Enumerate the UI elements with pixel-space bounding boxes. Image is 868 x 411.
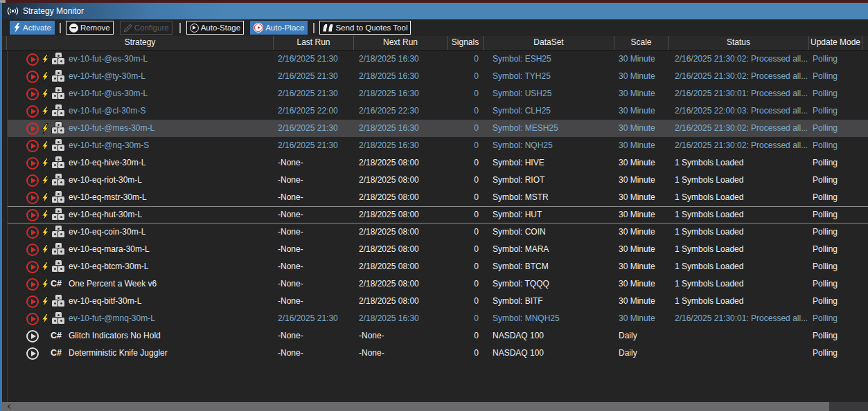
status-cell[interactable]: 1 Symbols Loaded bbox=[668, 223, 809, 241]
table-row[interactable]: ev-10-eq-btcm-30m-L-None-2/18/2025 08:00… bbox=[2, 258, 868, 275]
header-cell-next-run[interactable]: Next Run bbox=[354, 36, 448, 50]
status-cell[interactable]: 1 Symbols Loaded bbox=[668, 154, 809, 172]
last-run-cell[interactable]: 2/16/2025 21:30 bbox=[274, 137, 354, 154]
table-row[interactable]: ev-10-fut-@cl-30m-S2/16/2025 22:002/16/2… bbox=[2, 102, 868, 120]
signals-cell[interactable]: 0 bbox=[448, 189, 484, 206]
last-run-cell[interactable]: -None- bbox=[274, 241, 354, 258]
last-run-cell[interactable]: -None- bbox=[274, 154, 354, 172]
strategy-cell[interactable]: ev-10-fut-@us-30m-L bbox=[7, 85, 274, 102]
signals-cell[interactable]: 0 bbox=[448, 51, 484, 68]
dataset-cell[interactable]: Symbol: MNQH25 bbox=[484, 310, 614, 327]
dataset-cell[interactable]: Symbol: MSTR bbox=[484, 189, 614, 206]
dataset-cell[interactable]: Symbol: BTCM bbox=[484, 258, 614, 275]
update-mode-cell[interactable]: Polling bbox=[809, 345, 862, 362]
row-header-cell[interactable] bbox=[2, 120, 7, 137]
next-run-cell[interactable]: 2/18/2025 08:00 bbox=[354, 275, 448, 293]
update-mode-cell[interactable]: Polling bbox=[809, 275, 862, 293]
next-run-cell[interactable]: -None- bbox=[354, 345, 448, 362]
scrollbar-thumb[interactable] bbox=[16, 402, 829, 411]
row-header-cell[interactable] bbox=[2, 102, 7, 120]
play-icon[interactable] bbox=[26, 244, 39, 256]
scale-cell[interactable]: Daily bbox=[614, 345, 668, 362]
header-cell-last-run[interactable]: Last Run bbox=[274, 36, 354, 50]
scale-cell[interactable]: 30 Minute bbox=[614, 120, 668, 137]
row-header-cell[interactable] bbox=[2, 258, 7, 275]
table-row[interactable]: ev-10-eq-bitf-30m-L-None-2/18/2025 08:00… bbox=[2, 293, 868, 310]
table-row[interactable]: ev-10-eq-riot-30m-L-None-2/18/2025 08:00… bbox=[2, 172, 868, 189]
table-row[interactable]: ev-10-eq-mara-30m-L-None-2/18/2025 08:00… bbox=[2, 241, 868, 258]
scale-cell[interactable]: Daily bbox=[614, 327, 668, 345]
strategy-cell[interactable]: ev-10-eq-bitf-30m-L bbox=[7, 293, 274, 310]
signals-cell[interactable]: 0 bbox=[448, 345, 484, 362]
update-mode-cell[interactable]: Polling bbox=[809, 85, 862, 102]
update-mode-cell[interactable]: Polling bbox=[809, 120, 862, 137]
play-icon[interactable] bbox=[26, 313, 39, 325]
update-mode-cell[interactable]: Polling bbox=[809, 154, 862, 172]
header-cell-signals[interactable]: Signals bbox=[448, 36, 484, 50]
table-row[interactable]: ev-10-fut-@us-30m-L2/16/2025 21:302/18/2… bbox=[2, 85, 868, 102]
dataset-cell[interactable]: Symbol: HUT bbox=[484, 206, 614, 223]
status-cell[interactable]: 1 Symbols Loaded bbox=[668, 206, 809, 223]
signals-cell[interactable]: 0 bbox=[448, 223, 484, 241]
signals-cell[interactable]: 0 bbox=[448, 172, 484, 189]
update-mode-cell[interactable]: Polling bbox=[809, 68, 862, 85]
dataset-cell[interactable]: Symbol: COIN bbox=[484, 223, 614, 241]
next-run-cell[interactable]: 2/18/2025 16:30 bbox=[354, 51, 448, 68]
dataset-cell[interactable]: Symbol: USH25 bbox=[484, 85, 614, 102]
dataset-cell[interactable]: NASDAQ 100 bbox=[484, 345, 614, 362]
status-cell[interactable]: 1 Symbols Loaded bbox=[668, 172, 809, 189]
signals-cell[interactable]: 0 bbox=[448, 293, 484, 310]
header-cell-rowselector[interactable] bbox=[2, 36, 7, 50]
row-header-cell[interactable] bbox=[2, 241, 7, 258]
row-header-cell[interactable] bbox=[2, 206, 7, 223]
strategy-cell[interactable]: ev-10-fut-@cl-30m-S bbox=[7, 102, 274, 120]
status-cell[interactable]: 1 Symbols Loaded bbox=[668, 258, 809, 275]
scale-cell[interactable]: 30 Minute bbox=[614, 223, 668, 241]
signals-cell[interactable]: 0 bbox=[448, 241, 484, 258]
dataset-cell[interactable]: Symbol: RIOT bbox=[484, 172, 614, 189]
auto-stage-button[interactable]: Auto-Stage bbox=[186, 21, 245, 35]
last-run-cell[interactable]: -None- bbox=[274, 189, 354, 206]
strategy-cell[interactable]: C#Deterministic Knife Juggler bbox=[7, 345, 274, 362]
table-row[interactable]: ev-10-eq-hut-30m-L-None-2/18/2025 08:000… bbox=[2, 206, 868, 223]
status-cell[interactable]: 1 Symbols Loaded bbox=[668, 293, 809, 310]
next-run-cell[interactable]: 2/18/2025 08:00 bbox=[354, 206, 448, 223]
dataset-cell[interactable]: Symbol: BITF bbox=[484, 293, 614, 310]
signals-cell[interactable]: 0 bbox=[448, 258, 484, 275]
table-row[interactable]: ev-10-fut-@es-30m-L2/16/2025 21:302/18/2… bbox=[2, 51, 868, 68]
table-row[interactable]: C#Deterministic Knife Juggler-None--None… bbox=[2, 345, 868, 362]
row-header-cell[interactable] bbox=[2, 172, 7, 189]
dataset-cell[interactable]: NASDAQ 100 bbox=[484, 327, 614, 345]
scale-cell[interactable]: 30 Minute bbox=[614, 85, 668, 102]
dataset-cell[interactable]: Symbol: HIVE bbox=[484, 154, 614, 172]
signals-cell[interactable]: 0 bbox=[448, 120, 484, 137]
strategy-cell[interactable]: ev-10-eq-riot-30m-L bbox=[7, 172, 274, 189]
status-cell[interactable]: 2/16/2025 22:00:03: Processed all... bbox=[668, 102, 809, 120]
strategy-cell[interactable]: ev-10-fut-@es-30m-L bbox=[7, 51, 274, 68]
update-mode-cell[interactable]: Polling bbox=[809, 172, 862, 189]
table-row[interactable]: ev-10-eq-hive-30m-L-None-2/18/2025 08:00… bbox=[2, 154, 868, 172]
scale-cell[interactable]: 30 Minute bbox=[614, 275, 668, 293]
last-run-cell[interactable]: 2/16/2025 21:30 bbox=[274, 120, 354, 137]
header-cell-dataset[interactable]: DataSet bbox=[484, 36, 614, 50]
strategy-cell[interactable]: ev-10-fut-@mnq-30m-L bbox=[7, 310, 274, 327]
auto-place-button[interactable]: Auto-Place bbox=[250, 21, 308, 35]
signals-cell[interactable]: 0 bbox=[448, 206, 484, 223]
next-run-cell[interactable]: 2/18/2025 16:30 bbox=[354, 120, 448, 137]
play-icon[interactable] bbox=[26, 71, 39, 83]
scale-cell[interactable]: 30 Minute bbox=[614, 51, 668, 68]
signals-cell[interactable]: 0 bbox=[448, 85, 484, 102]
scale-cell[interactable]: 30 Minute bbox=[614, 241, 668, 258]
table-row[interactable]: ev-10-fut-@ty-30m-L2/16/2025 21:302/18/2… bbox=[2, 68, 868, 85]
next-run-cell[interactable]: 2/18/2025 08:00 bbox=[354, 172, 448, 189]
row-header-cell[interactable] bbox=[2, 345, 7, 362]
row-header-cell[interactable] bbox=[2, 51, 7, 68]
dataset-cell[interactable]: Symbol: CLH25 bbox=[484, 102, 614, 120]
last-run-cell[interactable]: 2/16/2025 22:00 bbox=[274, 102, 354, 120]
play-icon[interactable] bbox=[26, 192, 39, 204]
play-icon[interactable] bbox=[26, 140, 39, 152]
scale-cell[interactable]: 30 Minute bbox=[614, 137, 668, 154]
scale-cell[interactable]: 30 Minute bbox=[614, 206, 668, 223]
table-row[interactable]: C#One Percent a Week v6-None-2/18/2025 0… bbox=[2, 275, 868, 293]
next-run-cell[interactable]: 2/18/2025 16:30 bbox=[354, 137, 448, 154]
